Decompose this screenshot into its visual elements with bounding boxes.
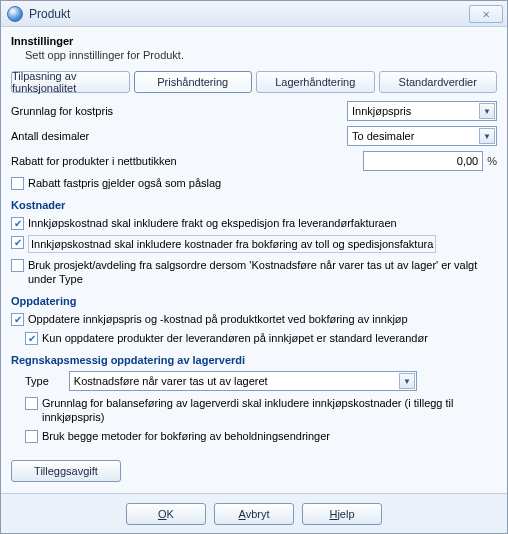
chevron-down-icon: ▼: [479, 128, 495, 144]
percent-unit: %: [487, 155, 497, 167]
row-begge-metoder: Bruk begge metoder for bokføring av beho…: [25, 429, 497, 443]
tab-funksjonalitet[interactable]: Tilpasning av funksjonalitet: [11, 71, 130, 93]
oppdatere-pris-label: Oppdatere innkjøpspris og -kostnad på pr…: [28, 312, 408, 326]
row-grunnlag-kostpris: Grunnlag for kostpris Innkjøpspris ▼: [11, 101, 497, 121]
hjelp-button[interactable]: Hjelp: [302, 503, 382, 525]
oppdatere-pris-checkbox[interactable]: ✔: [11, 313, 24, 326]
row-regnskap-type: Type Kostnadsføre når varer tas ut av la…: [25, 371, 497, 391]
tab-prishandtering[interactable]: Prishåndtering: [134, 71, 253, 93]
row-kostnad-prosjekt: Bruk prosjekt/avdeling fra salgsordre de…: [11, 258, 497, 286]
ok-button[interactable]: OK: [126, 503, 206, 525]
begge-metoder-checkbox[interactable]: [25, 430, 38, 443]
tab-panel-prishandtering: Grunnlag for kostpris Innkjøpspris ▼ Ant…: [11, 101, 497, 482]
rabatt-nettbutikk-input[interactable]: [363, 151, 483, 171]
grunnlag-kostpris-value: Innkjøpspris: [352, 105, 411, 117]
antall-desimaler-label: Antall desimaler: [11, 130, 347, 142]
page-subheading: Sett opp innstillinger for Produkt.: [25, 49, 497, 61]
chevron-down-icon: ▼: [479, 103, 495, 119]
row-kostnad-toll: ✔ Innkjøpskostnad skal inkludere kostnad…: [11, 235, 497, 253]
window-title: Produkt: [29, 7, 469, 21]
app-icon: [7, 6, 23, 22]
regnskap-type-select[interactable]: Kostnadsføre når varer tas ut av lageret…: [69, 371, 417, 391]
avbryt-label-rest: vbryt: [246, 508, 270, 520]
dialog-footer: OK Avbryt Hjelp: [1, 493, 507, 533]
rabatt-fastpris-label: Rabatt fastpris gjelder også som påslag: [28, 176, 221, 190]
kostnad-toll-checkbox[interactable]: ✔: [11, 236, 24, 249]
avbryt-button[interactable]: Avbryt: [214, 503, 294, 525]
ok-label-rest: K: [167, 508, 174, 520]
row-grunnlag-balanse: Grunnlag for balanseføring av lagerverdi…: [25, 396, 497, 424]
tab-lagerhandtering[interactable]: Lagerhåndtering: [256, 71, 375, 93]
hjelp-label-rest: jelp: [337, 508, 354, 520]
kostnad-frakt-checkbox[interactable]: ✔: [11, 217, 24, 230]
kun-standard-checkbox[interactable]: ✔: [25, 332, 38, 345]
tab-standardverdier[interactable]: Standardverdier: [379, 71, 498, 93]
rabatt-nettbutikk-label: Rabatt for produkter i nettbutikken: [11, 155, 363, 167]
chevron-down-icon: ▼: [399, 373, 415, 389]
row-rabatt-fastpris: Rabatt fastpris gjelder også som påslag: [11, 176, 497, 190]
row-rabatt-nettbutikk: Rabatt for produkter i nettbutikken %: [11, 151, 497, 171]
kostnad-prosjekt-label: Bruk prosjekt/avdeling fra salgsordre de…: [28, 258, 497, 286]
rabatt-fastpris-checkbox[interactable]: [11, 177, 24, 190]
regnskap-type-value: Kostnadsføre når varer tas ut av lageret: [74, 375, 268, 387]
row-oppdatere-pris: ✔ Oppdatere innkjøpspris og -kostnad på …: [11, 312, 497, 326]
product-settings-window: Produkt ⨉ Innstillinger Sett opp innstil…: [0, 0, 508, 534]
tabs: Tilpasning av funksjonalitet Prishåndter…: [11, 71, 497, 93]
content-area: Innstillinger Sett opp innstillinger for…: [1, 27, 507, 493]
tilleggsavgift-button[interactable]: Tilleggsavgift: [11, 460, 121, 482]
section-oppdatering: Oppdatering: [11, 295, 497, 307]
grunnlag-kostpris-label: Grunnlag for kostpris: [11, 105, 347, 117]
kostnad-prosjekt-checkbox[interactable]: [11, 259, 24, 272]
page-heading: Innstillinger: [11, 35, 497, 47]
kostnad-toll-label: Innkjøpskostnad skal inkludere kostnader…: [28, 235, 436, 253]
row-kostnad-frakt: ✔ Innkjøpskostnad skal inkludere frakt o…: [11, 216, 497, 230]
kostnad-frakt-label: Innkjøpskostnad skal inkludere frakt og …: [28, 216, 397, 230]
section-kostnader: Kostnader: [11, 199, 497, 211]
grunnlag-kostpris-select[interactable]: Innkjøpspris ▼: [347, 101, 497, 121]
titlebar: Produkt ⨉: [1, 1, 507, 27]
section-regnskap: Regnskapsmessig oppdatering av lagerverd…: [11, 354, 497, 366]
grunnlag-balanse-label: Grunnlag for balanseføring av lagerverdi…: [42, 396, 497, 424]
antall-desimaler-value: To desimaler: [352, 130, 414, 142]
row-kun-standard: ✔ Kun oppdatere produkter der leverandør…: [25, 331, 497, 345]
close-button[interactable]: ⨉: [469, 5, 503, 23]
kun-standard-label: Kun oppdatere produkter der leverandøren…: [42, 331, 428, 345]
tilleggsavgift-row: Tilleggsavgift: [11, 460, 497, 482]
grunnlag-balanse-checkbox[interactable]: [25, 397, 38, 410]
begge-metoder-label: Bruk begge metoder for bokføring av beho…: [42, 429, 330, 443]
regnskap-type-label: Type: [25, 375, 49, 387]
antall-desimaler-select[interactable]: To desimaler ▼: [347, 126, 497, 146]
row-antall-desimaler: Antall desimaler To desimaler ▼: [11, 126, 497, 146]
